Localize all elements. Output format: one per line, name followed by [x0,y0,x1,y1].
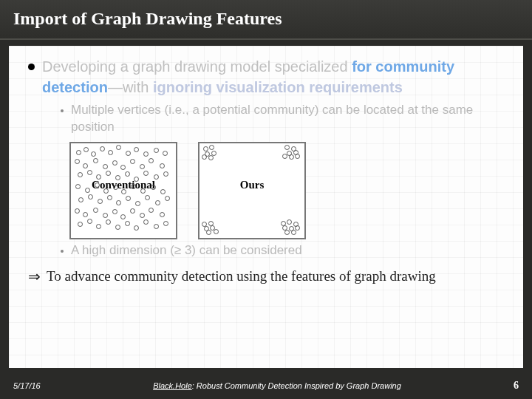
data-point [284,230,290,235]
data-point [103,213,108,218]
data-point [206,230,211,235]
bullet-icon [61,250,64,253]
data-point [112,209,117,214]
data-point [126,151,131,156]
data-point [295,225,300,231]
bullet-icon [61,109,64,112]
data-point [134,225,139,231]
data-point [78,222,83,227]
data-point [130,159,135,164]
data-point [125,171,130,177]
data-point [149,208,154,213]
main-bullet-text: Developing a graph drawing model special… [42,56,504,98]
data-point [76,150,81,155]
text-emph-light: ignoring visualization requirements [153,79,403,95]
data-point [291,230,296,235]
data-point [145,195,150,200]
data-point [106,171,111,176]
data-point [163,221,168,226]
data-point [83,163,88,168]
data-point [88,194,93,200]
data-point [120,214,126,219]
sub-bullet-2: A high dimension (≥ 3) can be considered [61,242,504,259]
text-plain: —with [108,79,153,95]
data-point [160,163,165,168]
data-point [116,200,121,205]
slide-footer: 5/17/16 Black.Hole: Robust Community Det… [0,372,532,399]
data-point [85,188,90,193]
data-point [134,147,139,152]
data-point [93,208,98,213]
data-point [203,146,208,151]
data-point [140,164,145,169]
data-point [75,208,80,214]
figure-conventional: Conventional [69,142,177,239]
main-bullet: Developing a graph drawing model special… [28,56,504,98]
data-point [149,158,154,163]
data-point [91,151,96,157]
data-point [160,189,166,194]
slide-title: Import of Graph Drawing Features [0,0,532,40]
data-point [284,145,290,150]
data-point [87,219,92,224]
data-point [120,165,126,170]
data-point [103,188,109,194]
text-plain: Developing a graph drawing model special… [42,58,352,75]
data-point [214,229,219,234]
conclusion-line: ⇒ To advance community detection using t… [28,267,504,287]
data-point [112,160,117,166]
data-point [163,151,168,156]
data-point [75,184,81,189]
data-point [140,188,146,194]
data-point [100,146,105,151]
data-point [135,201,140,206]
data-point [151,185,156,190]
figure-ours: Ours [198,142,306,239]
data-point [116,145,121,150]
sub-bullet-1: Multiple vertices (i.e., a potential com… [61,102,504,136]
sub-bullet-1-text: Multiple vertices (i.e., a potential com… [71,102,504,136]
bullet-icon [28,64,35,70]
data-point [155,200,160,205]
data-point [154,224,159,229]
data-point [87,170,92,175]
footer-date: 5/17/16 [13,381,65,390]
footer-page-number: 6 [489,380,519,392]
arrow-icon: ⇒ [28,267,41,287]
data-point [93,158,98,163]
data-point [289,154,294,160]
data-point [126,196,131,201]
data-point [134,177,139,182]
data-point [287,219,292,225]
data-point [96,224,101,229]
data-point [103,164,108,169]
data-point [125,221,130,226]
data-point [154,148,159,153]
data-point [160,212,165,217]
data-point [75,159,80,164]
data-point [282,154,287,159]
data-point [202,154,207,160]
data-point [154,174,159,180]
footer-title: Black.Hole: Robust Community Detection I… [65,381,489,390]
data-point [108,150,113,155]
data-point [78,172,83,177]
data-point [121,189,126,194]
data-point [143,151,149,157]
data-point [83,212,88,217]
data-point [107,195,112,200]
figure-row: Conventional Ours [69,142,504,239]
data-point [140,213,145,218]
data-point [143,219,149,225]
conclusion-text: To advance community detection using the… [47,267,436,286]
sub-bullet-2-text: A high dimension (≥ 3) can be considered [71,242,302,259]
data-point [295,154,300,159]
data-point [163,171,168,177]
data-point [106,219,111,225]
data-point [83,147,89,152]
data-point [130,208,135,214]
data-point [78,197,83,202]
data-point [143,171,149,176]
slide-body: Developing a graph drawing model special… [9,46,523,368]
data-point [209,145,214,150]
